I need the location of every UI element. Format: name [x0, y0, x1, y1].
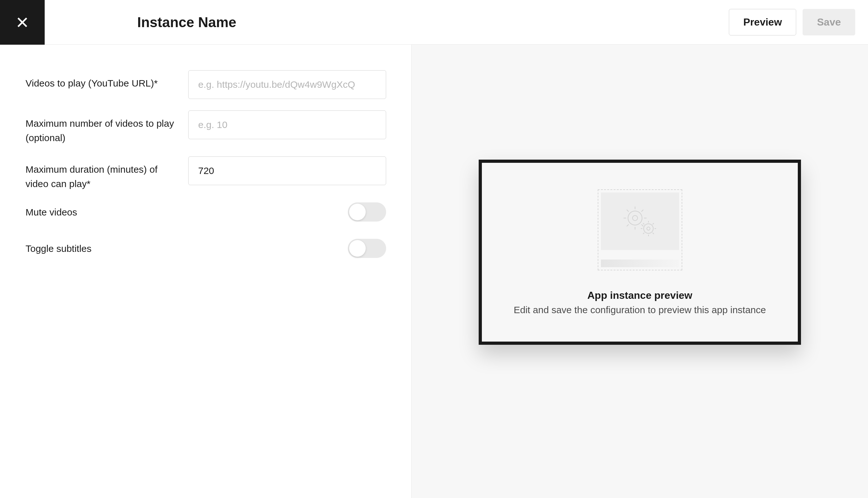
- mute-label: Mute videos: [26, 205, 188, 219]
- subtitles-toggle-knob: [349, 240, 366, 257]
- form-row-max-videos: Maximum number of videos to play (option…: [26, 110, 392, 145]
- form-panel: Videos to play (YouTube URL)* Maximum nu…: [0, 45, 412, 498]
- close-icon: [16, 16, 29, 29]
- svg-point-2: [628, 211, 642, 225]
- gears-icon: [619, 204, 660, 239]
- svg-line-11: [641, 224, 643, 226]
- svg-point-12: [644, 224, 653, 233]
- max-videos-input[interactable]: [188, 110, 386, 139]
- save-button: Save: [803, 9, 855, 36]
- videos-url-label: Videos to play (YouTube URL)*: [26, 70, 188, 90]
- form-row-videos-url: Videos to play (YouTube URL)*: [26, 70, 392, 99]
- max-videos-control: [188, 110, 392, 139]
- max-duration-control: [188, 156, 392, 185]
- form-row-subtitles: Toggle subtitles: [26, 239, 392, 258]
- preview-subtitle: Edit and save the configuration to previ…: [514, 304, 766, 315]
- svg-line-10: [627, 224, 629, 226]
- svg-line-19: [653, 223, 654, 224]
- max-duration-label: Maximum duration (minutes) of video can …: [26, 156, 188, 191]
- svg-point-13: [647, 227, 650, 230]
- videos-url-control: [188, 70, 392, 99]
- svg-point-3: [632, 215, 638, 221]
- preview-box: App instance preview Edit and save the c…: [479, 160, 801, 345]
- main-content: Videos to play (YouTube URL)* Maximum nu…: [0, 45, 868, 498]
- mute-toggle[interactable]: [348, 202, 386, 222]
- preview-placeholder: [598, 189, 682, 271]
- videos-url-input[interactable]: [188, 70, 386, 99]
- preview-panel: App instance preview Edit and save the c…: [412, 45, 868, 498]
- close-button[interactable]: [0, 0, 45, 45]
- mute-control: [188, 202, 386, 222]
- header-actions: Preview Save: [729, 9, 855, 36]
- svg-line-18: [643, 223, 644, 224]
- preview-button[interactable]: Preview: [729, 9, 796, 36]
- max-videos-label: Maximum number of videos to play (option…: [26, 110, 188, 145]
- header: Instance Name Preview Save: [0, 0, 868, 45]
- subtitles-toggle[interactable]: [348, 239, 386, 258]
- placeholder-bar: [601, 260, 679, 267]
- svg-line-8: [627, 210, 629, 212]
- subtitles-label: Toggle subtitles: [26, 241, 188, 256]
- svg-line-21: [653, 233, 654, 234]
- subtitles-control: [188, 239, 386, 258]
- svg-line-20: [643, 233, 644, 234]
- mute-toggle-knob: [349, 204, 366, 220]
- svg-line-9: [641, 210, 643, 212]
- placeholder-panel: [601, 193, 679, 250]
- max-duration-input[interactable]: [188, 156, 386, 185]
- preview-title: App instance preview: [587, 290, 693, 301]
- form-row-mute: Mute videos: [26, 202, 392, 222]
- page-title: Instance Name: [137, 14, 237, 30]
- form-row-max-duration: Maximum duration (minutes) of video can …: [26, 156, 392, 191]
